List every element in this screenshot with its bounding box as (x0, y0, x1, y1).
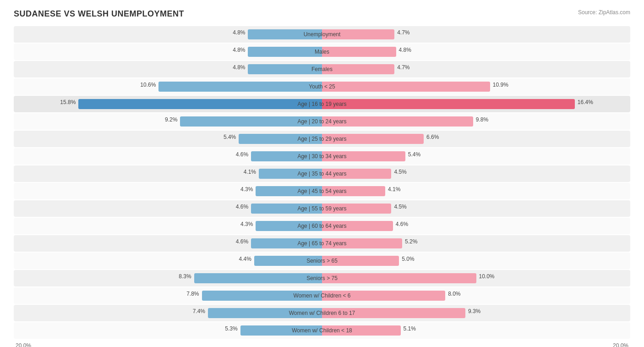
value-right: 4.1% (388, 186, 400, 193)
value-right: 10.9% (493, 82, 508, 88)
blue-bar: 4.4% (254, 256, 322, 266)
chart-header: SUDANESE VS WELSH UNEMPLOYMENT Source: Z… (14, 9, 630, 19)
right-section: 4.8% (322, 44, 630, 60)
value-left: 4.4% (239, 256, 251, 262)
bar-row: 4.6%5.4%Age | 30 to 34 years (14, 148, 630, 165)
pink-bar: 5.4% (322, 151, 405, 161)
right-section: 5.1% (322, 322, 630, 339)
pink-bar: 4.7% (322, 64, 394, 74)
value-right: 9.8% (476, 116, 488, 123)
left-section: 4.6% (14, 235, 322, 252)
chart-source: Source: ZipAtlas.com (578, 9, 630, 16)
pink-bar: 4.8% (322, 47, 396, 57)
value-left: 15.8% (60, 99, 76, 105)
bar-row: 4.3%4.6%Age | 60 to 64 years (14, 218, 630, 234)
value-left: 4.3% (240, 221, 253, 227)
right-section: 10.9% (322, 78, 630, 95)
pink-bar: 4.5% (322, 204, 391, 214)
pink-bar: 6.6% (322, 134, 424, 144)
axis-left: 20.0% (16, 342, 31, 347)
left-section: 4.1% (14, 165, 322, 182)
left-section: 4.4% (14, 253, 322, 269)
right-section: 4.7% (322, 61, 630, 77)
chart-title: SUDANESE VS WELSH UNEMPLOYMENT (14, 9, 184, 19)
pink-bar: 9.8% (322, 116, 473, 127)
bar-row: 4.3%4.1%Age | 45 to 54 years (14, 183, 630, 199)
rows-wrapper: 4.8%4.7%Unemployment4.8%4.8%Males4.8%4.7… (14, 26, 630, 339)
pink-bar: 5.1% (322, 325, 401, 336)
blue-bar: 4.3% (256, 186, 322, 196)
bar-row: 7.4%9.3%Women w/ Children 6 to 17 (14, 305, 630, 321)
right-section: 4.7% (322, 26, 630, 43)
value-left: 4.3% (240, 186, 253, 193)
blue-bar: 4.8% (248, 64, 322, 74)
pink-bar: 10.0% (322, 273, 476, 283)
value-left: 4.1% (244, 169, 256, 175)
right-section: 8.0% (322, 287, 630, 304)
bar-row: 9.2%9.8%Age | 20 to 24 years (14, 113, 630, 130)
left-section: 4.3% (14, 183, 322, 199)
bar-row: 8.3%10.0%Seniors > 75 (14, 270, 630, 286)
pink-bar: 16.4% (322, 99, 575, 109)
value-left: 10.6% (140, 82, 156, 88)
chart-container: SUDANESE VS WELSH UNEMPLOYMENT Source: Z… (0, 0, 644, 347)
blue-bar: 10.6% (158, 82, 322, 92)
value-left: 5.3% (225, 325, 237, 332)
blue-bar: 4.6% (251, 238, 322, 248)
left-section: 7.8% (14, 287, 322, 304)
right-section: 4.5% (322, 165, 630, 182)
left-section: 4.6% (14, 148, 322, 165)
left-section: 7.4% (14, 305, 322, 321)
value-right: 10.0% (479, 273, 495, 280)
blue-bar: 7.8% (202, 291, 322, 301)
left-section: 4.8% (14, 44, 322, 60)
value-right: 4.6% (396, 221, 408, 227)
value-left: 7.4% (193, 308, 205, 314)
pink-bar: 4.7% (322, 29, 394, 39)
value-left: 8.3% (179, 273, 191, 280)
value-right: 4.7% (397, 64, 409, 71)
bar-row: 7.8%8.0%Women w/ Children < 6 (14, 287, 630, 304)
right-section: 4.5% (322, 200, 630, 217)
left-section: 8.3% (14, 270, 322, 286)
blue-bar: 15.8% (78, 99, 322, 109)
value-left: 4.8% (233, 29, 245, 36)
blue-bar: 7.4% (208, 308, 322, 318)
right-section: 6.6% (322, 131, 630, 147)
blue-bar: 4.8% (248, 29, 322, 39)
left-section: 4.3% (14, 218, 322, 234)
value-left: 7.8% (186, 291, 199, 297)
pink-bar: 8.0% (322, 291, 445, 301)
value-right: 6.6% (426, 134, 439, 140)
blue-bar: 9.2% (180, 116, 322, 127)
bar-row: 4.4%5.0%Seniors > 65 (14, 253, 630, 269)
right-section: 4.6% (322, 218, 630, 234)
right-section: 5.0% (322, 253, 630, 269)
right-section: 9.3% (322, 305, 630, 321)
pink-bar: 9.3% (322, 308, 465, 318)
bar-row: 4.6%5.2%Age | 65 to 74 years (14, 235, 630, 252)
blue-bar: 4.3% (256, 221, 322, 231)
value-right: 5.0% (402, 256, 414, 262)
bar-row: 5.3%5.1%Women w/ Children < 18 (14, 322, 630, 339)
bar-row: 5.4%6.6%Age | 25 to 29 years (14, 131, 630, 147)
axis-row: 20.0% 20.0% (14, 342, 630, 347)
left-section: 9.2% (14, 113, 322, 130)
bar-row: 15.8%16.4%Age | 16 to 19 years (14, 96, 630, 112)
right-section: 4.1% (322, 183, 630, 199)
pink-bar: 5.0% (322, 256, 399, 266)
left-section: 5.4% (14, 131, 322, 147)
right-section: 16.4% (322, 96, 630, 112)
value-right: 16.4% (578, 99, 593, 105)
value-left: 4.8% (233, 64, 245, 71)
left-section: 4.8% (14, 61, 322, 77)
left-section: 5.3% (14, 322, 322, 339)
left-section: 10.6% (14, 78, 322, 95)
pink-bar: 4.6% (322, 221, 393, 231)
left-section: 15.8% (14, 96, 322, 112)
value-right: 5.1% (404, 325, 416, 332)
pink-bar: 4.1% (322, 186, 385, 196)
value-right: 4.7% (397, 29, 409, 36)
right-section: 9.8% (322, 113, 630, 130)
value-left: 4.6% (236, 238, 248, 245)
